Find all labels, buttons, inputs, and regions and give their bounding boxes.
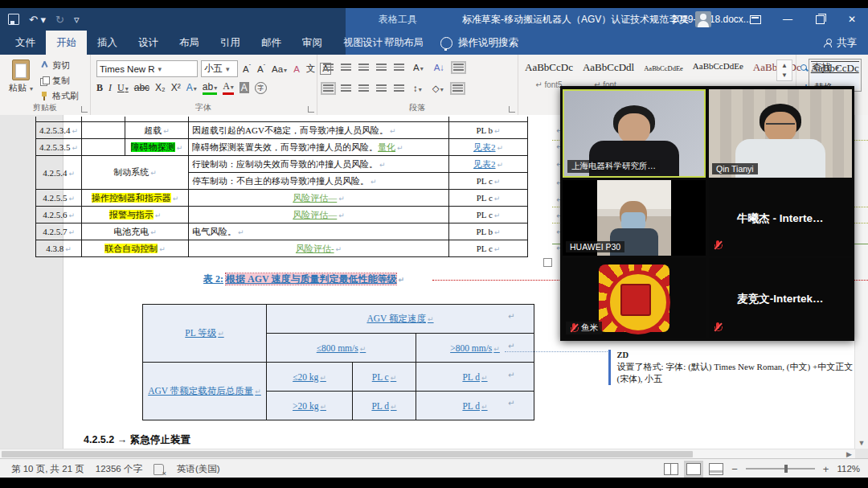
zoom-slider[interactable] (746, 468, 815, 470)
vertical-scrollbar[interactable]: ▼ (854, 115, 868, 449)
line-spacing-button[interactable]: ↕▾ (411, 83, 424, 94)
show-hide-marks-icon[interactable] (453, 64, 464, 72)
tell-me-search[interactable]: 操作说明搜索 (440, 31, 518, 55)
shrink-font-button[interactable]: Aˇ (256, 63, 267, 75)
grow-font-button[interactable]: Aˆ (241, 63, 252, 75)
distribute-icon[interactable] (394, 84, 404, 92)
read-mode-button[interactable] (664, 463, 678, 475)
risk-assessment-link[interactable]: 风险评估— (293, 210, 337, 219)
tab-insert[interactable]: 插入 (87, 31, 128, 55)
qat-customize-icon[interactable]: ▿ (74, 14, 80, 25)
ribbon-display-options-button[interactable] (739, 8, 772, 31)
font-dialog-launcher[interactable] (308, 106, 314, 113)
account-area[interactable]: 李昊 (669, 8, 711, 31)
risk-assessment-link[interactable]: 风险评估— (293, 193, 337, 203)
zoom-in-button[interactable]: + (823, 463, 829, 475)
justify-icon[interactable] (376, 84, 387, 92)
proofing-status-icon[interactable] (154, 464, 164, 475)
asian-layout-button[interactable]: A▾ (411, 62, 425, 73)
scroll-down-icon[interactable]: ▼ (855, 439, 868, 447)
horizontal-scroll-thumb[interactable] (2, 451, 693, 457)
see-table2-link[interactable]: 见表2 (473, 142, 496, 152)
cut-button[interactable]: 剪切 (40, 59, 79, 72)
styles-down-icon[interactable]: ▼ (781, 72, 788, 79)
decrease-indent-icon[interactable] (376, 64, 387, 72)
italic-button[interactable]: I (108, 82, 112, 94)
tab-mailings[interactable]: 邮件 (251, 31, 292, 55)
video-tile-active-speaker[interactable]: 上海电器科学研究所… (563, 89, 706, 178)
undo-icon[interactable]: ↶ ▾ (29, 14, 46, 25)
zoom-slider-thumb[interactable] (784, 465, 788, 473)
font-size-combo[interactable]: 小五▾ (201, 60, 238, 77)
close-button[interactable]: ✕ (836, 8, 868, 31)
borders-button[interactable] (452, 84, 463, 92)
font-family-combo[interactable]: Times New R▾ (96, 60, 198, 77)
sort-button[interactable]: A↓ (432, 62, 446, 73)
superscript-button[interactable]: X² (171, 82, 181, 93)
copy-button[interactable]: 复制 (40, 75, 79, 87)
print-layout-button[interactable] (686, 463, 701, 475)
zoom-out-button[interactable]: − (731, 463, 738, 475)
align-right-icon[interactable] (358, 84, 369, 92)
style-item-3[interactable]: AaBbCcDdEe (644, 61, 683, 89)
shading-button[interactable]: ◇▾ (431, 82, 445, 95)
minimize-button[interactable]: — (772, 8, 804, 31)
format-painter-button[interactable]: 格式刷 (40, 90, 79, 102)
tab-layout[interactable]: 布局 (169, 31, 210, 55)
style-item-4[interactable]: AaBbCcDdEe (693, 61, 743, 89)
video-conference-overlay[interactable]: 上海电器科学研究所… Qin Tianyi HUAWEI P30 牛曦杰 - I… (560, 86, 854, 341)
phonetic-guide-button[interactable]: 文 (305, 62, 317, 76)
text-effects-button[interactable]: A▾ (186, 82, 197, 93)
styles-up-icon[interactable]: ▲ (781, 62, 788, 69)
audio-tile[interactable]: 牛曦杰 - Interte… (709, 180, 852, 256)
tab-file[interactable]: 文件 (5, 31, 46, 55)
risk-assessment-link[interactable]: 风险评估- (296, 244, 334, 253)
web-layout-button[interactable] (709, 463, 723, 475)
bullets-icon[interactable] (323, 64, 334, 72)
paragraph-dialog-launcher[interactable] (509, 106, 515, 113)
tab-table-design[interactable]: 设计 (352, 31, 393, 55)
see-table2-link[interactable]: 见表2 (473, 159, 496, 169)
page-indicator[interactable]: 第 10 页, 共 21 页 (11, 463, 84, 475)
tab-review[interactable]: 审阅 (292, 31, 333, 55)
save-icon[interactable] (8, 14, 19, 25)
video-tile[interactable]: Qin Tianyi (709, 89, 852, 178)
font-color-button[interactable]: A▾ (223, 80, 234, 95)
pl-matrix-table[interactable]: PL 等级 AGV 额定速度 ≤800 mm/s >800 mm/s AGV 带… (142, 304, 534, 420)
risk-table[interactable]: 4.2.5.3.4 超载 因超载引起的AGV不稳定，而导致冲撞人员风险。 PL … (35, 117, 528, 257)
avatar[interactable] (695, 11, 711, 27)
align-center-icon[interactable] (341, 84, 351, 92)
paste-dropdown-icon[interactable]: ▾ (30, 85, 33, 92)
share-button[interactable]: 共享 (824, 31, 857, 55)
style-item-1[interactable]: AaBbCcDc ↵ font5 (525, 61, 573, 89)
word-count[interactable]: 12356 个字 (96, 463, 142, 475)
strikethrough-button[interactable]: abc (134, 82, 149, 93)
quantify-link[interactable]: 量化 (378, 142, 395, 152)
language-indicator[interactable]: 英语(美国) (177, 463, 220, 475)
tab-design[interactable]: 设计 (128, 31, 169, 55)
audio-tile[interactable]: 麦竞文-Intertek… (709, 258, 852, 338)
enclose-characters-button[interactable]: 字 (255, 82, 267, 94)
clear-formatting-button[interactable]: A (292, 64, 301, 75)
tab-table-layout[interactable]: 布局 (393, 31, 434, 55)
underline-button[interactable]: U▾ (117, 82, 129, 94)
avatar-tile[interactable]: 鱼米 (563, 258, 706, 338)
character-shading-button[interactable]: A (240, 82, 249, 93)
find-button[interactable]: 查找▾ (800, 61, 839, 75)
multilevel-list-icon[interactable] (358, 64, 369, 72)
revision-balloon[interactable]: ZD 设置了格式: 字体: (默认) Times New Roman, (中文)… (608, 350, 854, 385)
clipboard-dialog-launcher[interactable] (81, 106, 88, 113)
styles-gallery-scroll[interactable]: ▲ ▼ (776, 59, 792, 81)
bold-button[interactable]: B (96, 82, 103, 94)
paste-button[interactable]: 粘贴 ▾ (6, 59, 35, 105)
style-item-2[interactable]: AaBbCcDdl ↵ font... (583, 61, 634, 89)
zoom-percent[interactable]: 112% (837, 464, 860, 474)
tab-references[interactable]: 引用 (210, 31, 251, 55)
text-highlight-button[interactable]: ab▾ (203, 81, 217, 95)
align-left-icon[interactable] (323, 84, 334, 92)
subscript-button[interactable]: X₂ (155, 82, 166, 93)
numbering-icon[interactable] (341, 64, 351, 72)
increase-indent-icon[interactable] (394, 64, 404, 72)
change-case-button[interactable]: Aa▾ (270, 64, 289, 75)
tab-home[interactable]: 开始 (46, 31, 87, 55)
